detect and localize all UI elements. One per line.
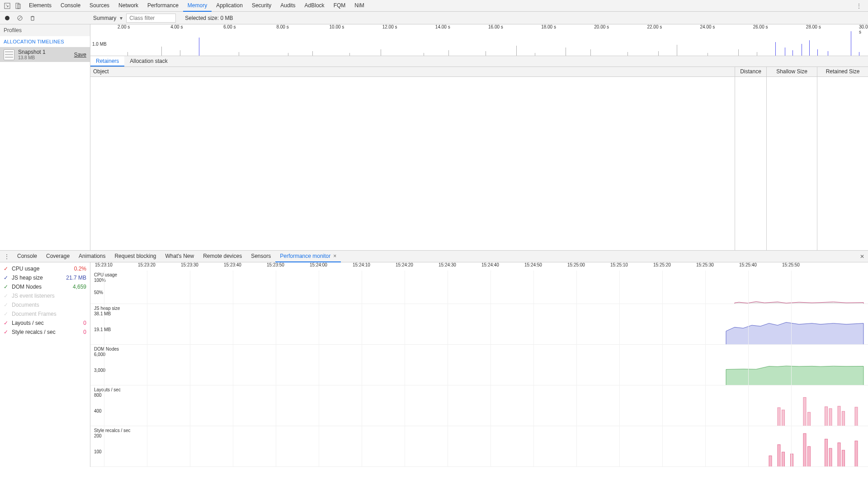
drawer-tab-animations[interactable]: Animations [74, 251, 110, 262]
dropdown-icon[interactable]: ▾ [120, 15, 123, 21]
svg-rect-20 [808, 447, 811, 466]
device-toolbar-icon[interactable] [14, 1, 23, 10]
time-tick: 15:25:10 [610, 262, 628, 267]
chart-ytick: 200 [94, 433, 102, 438]
metric-value: 4,659 [73, 284, 86, 290]
col-object[interactable]: Object [90, 67, 735, 76]
check-icon: ✓ [4, 320, 9, 326]
tab-performance[interactable]: Performance [143, 0, 183, 12]
snapshot-icon [4, 49, 14, 60]
time-tick: 15:23:30 [181, 262, 198, 267]
alloc-bar [448, 50, 449, 56]
allocation-timeline[interactable]: 2.00 s4.00 s6.00 s8.00 s10.00 s12.00 s14… [90, 24, 868, 56]
chart-style-recalcs-sec: Style recalcs / sec200100 [90, 426, 868, 467]
tab-fqm[interactable]: FQM [329, 0, 350, 12]
col-retained[interactable]: Retained Size [817, 67, 868, 76]
tab-elements[interactable]: Elements [24, 0, 56, 12]
drawer-tab-coverage[interactable]: Coverage [42, 251, 74, 262]
trash-icon[interactable] [28, 14, 37, 23]
tab-adblock[interactable]: AdBlock [300, 0, 329, 12]
svg-rect-22 [829, 448, 832, 466]
alloc-bar [486, 51, 486, 56]
close-icon[interactable]: × [333, 253, 336, 259]
profiles-header: Profiles [0, 24, 90, 36]
record-icon[interactable] [3, 14, 12, 23]
chart-ytick: 50% [94, 290, 103, 295]
drawer-tab-what-s-new[interactable]: What's New [161, 251, 199, 262]
alloc-bar [785, 48, 785, 56]
metric-document-frames[interactable]: ✓Document Frames [0, 309, 90, 318]
snapshot-name: Snapshot 1 [18, 49, 71, 55]
check-icon: ✓ [4, 329, 9, 335]
check-icon: ✓ [4, 302, 9, 308]
tab-audits[interactable]: Audits [276, 0, 300, 12]
metric-documents[interactable]: ✓Documents [0, 300, 90, 309]
metric-name: JS event listeners [12, 293, 84, 299]
close-icon[interactable]: ✕ [860, 253, 864, 260]
svg-rect-21 [825, 439, 828, 467]
timeline-tick: 20.00 s [594, 24, 609, 29]
chart-title: CPU usage [94, 272, 117, 277]
drawer-tab-request-blocking[interactable]: Request blocking [110, 251, 160, 262]
alloc-bar [516, 46, 517, 56]
save-link[interactable]: Save [74, 52, 86, 58]
timeline-tick: 6.00 s [223, 24, 236, 29]
time-tick: 15:23:20 [138, 262, 156, 267]
metric-dom-nodes[interactable]: ✓DOM Nodes4,659 [0, 282, 90, 291]
clear-icon[interactable] [15, 14, 24, 23]
subtab-allocation-stack[interactable]: Allocation stack [124, 56, 173, 67]
svg-rect-24 [842, 450, 845, 466]
timeline-tick: 16.00 s [488, 24, 503, 29]
alloc-bar [708, 53, 708, 56]
tab-security[interactable]: Security [247, 0, 276, 12]
metric-name: CPU usage [12, 266, 71, 272]
drawer-tab-console[interactable]: Console [13, 251, 42, 262]
timeline-tick: 12.00 s [382, 24, 397, 29]
inspect-element-icon[interactable] [3, 1, 12, 10]
more-icon[interactable]: ⋮ [854, 1, 863, 10]
tab-network[interactable]: Network [114, 0, 143, 12]
view-select-label[interactable]: Summary [93, 15, 116, 21]
svg-rect-8 [803, 397, 806, 426]
drawer-tab-performance-monitor[interactable]: Performance monitor× [275, 251, 341, 262]
tab-sources[interactable]: Sources [85, 0, 114, 12]
drawer-menu-icon[interactable]: ⋮ [3, 253, 11, 260]
svg-rect-9 [808, 412, 811, 426]
drawer-tab-sensors[interactable]: Sensors [246, 251, 275, 262]
time-tick: 15:24:20 [396, 262, 413, 267]
metric-layouts-sec[interactable]: ✓Layouts / sec0 [0, 318, 90, 328]
svg-rect-13 [842, 411, 845, 426]
alloc-bar [349, 53, 350, 56]
time-tick: 15:24:00 [310, 262, 327, 267]
svg-rect-11 [829, 409, 832, 426]
metric-cpu-usage[interactable]: ✓CPU usage0.2% [0, 264, 90, 273]
allocation-timelines-header: ALLOCATION TIMELINES [0, 36, 90, 47]
timeline-tick: 14.00 s [435, 24, 450, 29]
svg-rect-15 [769, 456, 772, 466]
metric-style-recalcs-sec[interactable]: ✓Style recalcs / sec0 [0, 328, 90, 337]
col-distance[interactable]: Distance [735, 67, 767, 76]
alloc-bar [677, 45, 677, 56]
alloc-bar [859, 52, 859, 56]
metric-js-heap-size[interactable]: ✓JS heap size21.7 MB [0, 273, 90, 282]
svg-rect-16 [778, 445, 780, 466]
time-tick: 15:25:40 [739, 262, 757, 267]
time-tick: 15:23:10 [95, 262, 113, 267]
subtab-retainers[interactable]: Retainers [90, 56, 124, 67]
class-filter-input[interactable] [126, 14, 176, 23]
metric-name: Document Frames [12, 311, 84, 317]
metrics-list: ✓CPU usage0.2%✓JS heap size21.7 MB✓DOM N… [0, 262, 90, 467]
main-tabbar: ElementsConsoleSourcesNetworkPerformance… [0, 0, 868, 12]
col-shallow[interactable]: Shallow Size [767, 67, 817, 76]
snapshot-item[interactable]: Snapshot 1 13.8 MB Save [0, 47, 90, 62]
tab-memory[interactable]: Memory [183, 0, 212, 12]
svg-rect-10 [825, 407, 828, 426]
metric-js-event-listeners[interactable]: ✓JS event listeners [0, 291, 90, 300]
timeline-tick: 24.00 s [700, 24, 715, 29]
tab-nim[interactable]: NiM [350, 0, 368, 12]
time-tick: 15:24:30 [439, 262, 456, 267]
tab-console[interactable]: Console [56, 0, 85, 12]
tab-application[interactable]: Application [212, 0, 247, 12]
alloc-bar [199, 38, 199, 56]
drawer-tab-remote-devices[interactable]: Remote devices [198, 251, 246, 262]
